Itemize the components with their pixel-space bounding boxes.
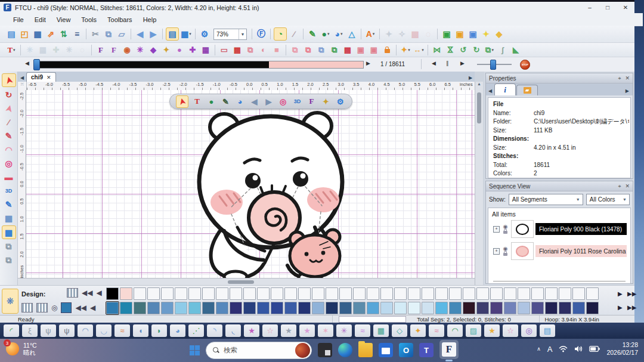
sequence-item[interactable]: +◉Floriani Poly 900 Black (13478): [493, 220, 627, 238]
empty-swatch[interactable]: [175, 287, 187, 300]
sim-step-forward-icon[interactable]: ▶: [366, 60, 370, 66]
sim-pause-icon[interactable]: ∥: [446, 60, 449, 66]
vertical-scroll-thumb[interactable]: [477, 92, 481, 123]
save-key-icon[interactable]: ✦: [320, 96, 332, 107]
thread-swatch[interactable]: [380, 302, 393, 314]
taskbar-search[interactable]: 検索: [206, 342, 312, 359]
thread-swatch[interactable]: [518, 302, 530, 314]
taskbar-app-store[interactable]: [379, 343, 393, 357]
empty-swatch[interactable]: [243, 287, 256, 300]
stitch-arc-2[interactable]: ◠: [447, 324, 463, 337]
stitch-star-3[interactable]: ★: [281, 324, 296, 337]
battery-icon[interactable]: [589, 346, 600, 352]
threed-view-tool-icon[interactable]: 3D: [2, 184, 16, 197]
lock-icon[interactable]: [503, 231, 507, 234]
dropdown-arrow-icon[interactable]: ▾: [340, 32, 343, 36]
rotate-ccw-icon[interactable]: ↺: [457, 45, 469, 55]
copy-clip-tool-icon[interactable]: ⧉: [2, 240, 16, 253]
sim-step-back-icon[interactable]: ◀: [25, 60, 29, 66]
palette-grid-icon[interactable]: [21, 303, 33, 313]
grid-pattern-icon[interactable]: ▦: [37, 45, 49, 55]
stitch-rings[interactable]: ◎: [521, 324, 537, 337]
taskbar-app-outlook[interactable]: [399, 343, 413, 357]
empty-swatch[interactable]: [394, 287, 407, 300]
dropdown-arrow-icon[interactable]: ▾: [189, 32, 191, 36]
starburst-icon[interactable]: ✳: [134, 45, 146, 55]
palette-settings-icon[interactable]: [67, 288, 78, 298]
taskbar-app-photos[interactable]: [318, 343, 332, 357]
thread-swatch[interactable]: [463, 302, 475, 314]
pencil-icon[interactable]: ✎: [220, 96, 231, 107]
next-icon[interactable]: ▶: [263, 96, 274, 107]
stitch-flower[interactable]: ✳: [336, 324, 352, 337]
sim-progress-track[interactable]: [37, 61, 364, 69]
empty-swatch[interactable]: [586, 287, 599, 300]
empty-swatch[interactable]: [463, 287, 475, 300]
undo-icon[interactable]: ◀: [134, 28, 146, 40]
row2-rewind-icon[interactable]: ◀◀: [75, 304, 86, 312]
thread-swatch[interactable]: [243, 302, 256, 314]
open-file-icon[interactable]: ◰: [18, 28, 30, 40]
thread-swatch[interactable]: [106, 287, 119, 300]
taskbar-app-ftcu-active[interactable]: F: [439, 340, 459, 359]
menu-item-help[interactable]: Help: [138, 15, 162, 24]
applique-icon[interactable]: ✚: [187, 45, 199, 55]
stitch-scribble[interactable]: ξ: [22, 324, 38, 337]
speed-gauge-icon[interactable]: ◔: [274, 27, 287, 41]
drop-color-icon[interactable]: ◐: [258, 45, 270, 55]
stitch-fern-1[interactable]: ψ: [41, 324, 56, 337]
threed-icon[interactable]: 3D: [292, 96, 303, 107]
stitch-dot-arc[interactable]: ◕: [170, 324, 185, 337]
thread-swatch[interactable]: [326, 302, 338, 314]
save-key-icon[interactable]: ✦: [160, 45, 172, 55]
thread-swatch[interactable]: [422, 302, 434, 314]
stitch-grid[interactable]: ▦: [373, 324, 389, 337]
stitch-curve[interactable]: ◜: [4, 324, 19, 337]
expand-icon[interactable]: +: [493, 226, 500, 233]
row1-prev-icon[interactable]: ◀: [96, 289, 101, 297]
thread-swatch[interactable]: [298, 302, 311, 314]
menu-item-toolbars[interactable]: Toolbars: [103, 15, 137, 24]
thread-sphere-icon[interactable]: ●: [206, 96, 217, 107]
empty-swatch[interactable]: [216, 287, 228, 300]
copy-shape-icon[interactable]: ⧉: [289, 45, 301, 55]
chevron-down-icon[interactable]: ▼: [239, 29, 246, 39]
save-file-icon[interactable]: ▦: [32, 28, 44, 40]
stitch-zigzag[interactable]: ≈: [114, 324, 130, 337]
ime-indicator[interactable]: A: [547, 345, 553, 354]
empty-swatch[interactable]: [147, 287, 160, 300]
new-file-icon[interactable]: ▤: [5, 28, 17, 40]
zoom-level-combo[interactable]: 73%▼: [213, 29, 247, 40]
eye-icon[interactable]: ◉: [503, 246, 508, 251]
empty-swatch[interactable]: [134, 287, 146, 300]
dropdown-arrow-icon[interactable]: ▾: [373, 32, 375, 36]
thread-swatch[interactable]: [161, 302, 174, 314]
thread-swatch[interactable]: [257, 302, 270, 314]
panel-close-icon[interactable]: ✕: [625, 75, 630, 81]
folder-edit-icon[interactable]: ▣: [467, 28, 479, 40]
properties-tab-scroll-left-icon[interactable]: ◀: [488, 88, 494, 95]
properties-tab-file[interactable]: ▰: [516, 85, 538, 95]
font-script-icon[interactable]: F: [108, 45, 120, 55]
zoom-icon[interactable]: ◎: [277, 96, 289, 107]
empty-swatch[interactable]: [422, 287, 434, 300]
draw-pencil-icon[interactable]: ✎: [306, 28, 318, 40]
start-button[interactable]: [190, 345, 200, 355]
thread-swatch[interactable]: [394, 302, 407, 314]
bezier-tool-icon[interactable]: ◠: [2, 143, 16, 156]
empty-swatch[interactable]: [531, 287, 544, 300]
attach-icon[interactable]: ʃ: [497, 45, 509, 55]
thread-swatch[interactable]: [175, 302, 187, 314]
grid-toggle-icon[interactable]: ▦: [2, 225, 16, 239]
ruler-corner[interactable]: ⁙: [18, 82, 27, 90]
empty-swatch[interactable]: [408, 287, 420, 300]
sim-play-icon[interactable]: ▶: [460, 60, 465, 66]
properties-tab-info[interactable]: i: [494, 83, 516, 95]
stitch-fern-2[interactable]: ψ: [59, 324, 75, 337]
circle-pattern-icon[interactable]: ◌: [76, 45, 88, 55]
stitch-lines[interactable]: ⋰: [188, 324, 204, 337]
empty-swatch[interactable]: [202, 287, 215, 300]
menu-item-view[interactable]: View: [52, 15, 76, 24]
row1-next-icon[interactable]: ▶: [618, 290, 623, 297]
dropdown-arrow-icon[interactable]: ▾: [327, 32, 330, 36]
